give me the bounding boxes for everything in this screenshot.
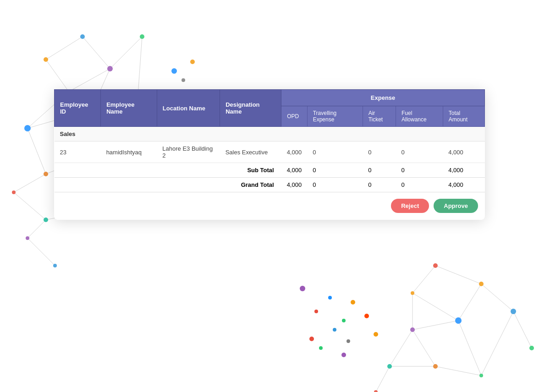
svg-point-62 (411, 291, 414, 295)
cell-employee-name: hamidIshtyaq (101, 142, 157, 163)
section-sales: Sales (55, 127, 485, 142)
svg-line-47 (390, 330, 412, 366)
svg-point-37 (182, 78, 185, 82)
svg-point-73 (374, 332, 378, 337)
table-row: 23 hamidIshtyaq Lahore E3 Building 2 Sal… (55, 142, 485, 163)
grandtotal-total: 4,000 (443, 178, 484, 192)
svg-point-60 (479, 374, 483, 377)
svg-point-68 (342, 319, 346, 322)
svg-point-22 (107, 66, 113, 71)
svg-point-56 (529, 346, 534, 350)
svg-line-52 (412, 293, 458, 321)
svg-point-71 (309, 337, 314, 341)
svg-point-53 (433, 263, 438, 268)
svg-line-38 (435, 266, 481, 284)
subtotal-fuel: 0 (396, 163, 443, 178)
col-total-amount: Total Amount (443, 106, 484, 127)
svg-point-23 (140, 34, 144, 39)
svg-point-63 (374, 390, 378, 392)
report-card: Employee ID Employee Name Location Name … (54, 89, 485, 220)
svg-point-34 (53, 264, 57, 267)
svg-line-50 (412, 266, 435, 293)
cell-employee-id: 23 (55, 142, 101, 163)
svg-point-31 (44, 218, 48, 222)
svg-point-24 (44, 172, 48, 176)
svg-point-55 (511, 309, 516, 314)
cell-opd: 4,000 (281, 142, 308, 163)
grandtotal-opd: 4,000 (281, 178, 308, 192)
svg-line-5 (46, 60, 69, 92)
approve-button[interactable]: Approve (434, 199, 478, 213)
svg-point-32 (26, 236, 29, 240)
svg-line-15 (14, 192, 46, 220)
svg-point-75 (341, 353, 346, 357)
svg-point-61 (387, 364, 392, 369)
subtotal-opd: 4,000 (281, 163, 308, 178)
svg-point-72 (346, 339, 350, 343)
col-fuel-allowance: Fuel Allowance (396, 106, 443, 127)
svg-line-7 (82, 37, 110, 69)
section-label-text: Sales (55, 127, 485, 142)
svg-point-59 (433, 364, 438, 369)
card-footer: Reject Approve (391, 199, 478, 213)
svg-point-70 (333, 328, 336, 332)
svg-point-57 (455, 317, 462, 324)
svg-point-26 (44, 57, 48, 62)
svg-point-67 (314, 310, 318, 313)
grandtotal-label: Grand Total (55, 178, 281, 192)
subtotal-row: Sub Total 4,000 0 0 0 4,000 (55, 163, 485, 178)
svg-point-64 (300, 286, 305, 291)
col-travelling-expense: Travelling Expense (307, 106, 363, 127)
svg-point-20 (24, 125, 31, 131)
svg-point-35 (171, 68, 177, 74)
svg-line-2 (110, 37, 142, 69)
svg-line-42 (412, 321, 458, 330)
cell-air-ticket: 0 (363, 142, 396, 163)
grandtotal-travelling: 0 (307, 178, 363, 192)
cell-fuel-allowance: 0 (396, 142, 443, 163)
cell-location-name: Lahore E3 Building 2 (157, 142, 220, 163)
grandtotal-row: Grand Total 4,000 0 0 0 4,000 (55, 178, 485, 192)
svg-line-3 (28, 128, 46, 174)
svg-point-65 (328, 296, 332, 299)
col-air-ticket: Air Ticket (363, 106, 396, 127)
subtotal-label: Sub Total (55, 163, 281, 178)
col-opd: OPD (281, 106, 308, 127)
cell-travelling-expense: 0 (307, 142, 363, 163)
svg-line-1 (69, 69, 110, 92)
svg-line-4 (14, 174, 46, 192)
svg-line-39 (481, 284, 513, 311)
reject-button[interactable]: Reject (391, 199, 429, 213)
svg-point-58 (410, 327, 415, 332)
svg-point-66 (351, 300, 355, 305)
svg-line-46 (458, 321, 481, 376)
cell-designation-name: Sales Executive (220, 142, 281, 163)
grandtotal-air-ticket: 0 (363, 178, 396, 192)
svg-point-69 (364, 314, 369, 318)
svg-line-19 (28, 238, 55, 266)
svg-line-41 (458, 284, 481, 321)
subtotal-travelling: 0 (307, 163, 363, 178)
cell-total-amount: 4,000 (443, 142, 484, 163)
svg-point-36 (190, 60, 195, 64)
col-employee-name: Employee Name (101, 90, 157, 127)
svg-line-16 (28, 220, 46, 238)
svg-line-45 (481, 311, 513, 376)
svg-point-74 (319, 346, 323, 350)
col-location-name: Location Name (157, 90, 220, 127)
svg-line-44 (435, 366, 481, 376)
grandtotal-fuel: 0 (396, 178, 443, 192)
subtotal-total: 4,000 (443, 163, 484, 178)
subtotal-air-ticket: 0 (363, 163, 396, 178)
col-employee-id: Employee ID (55, 90, 101, 127)
svg-line-40 (513, 311, 532, 348)
svg-line-43 (412, 330, 435, 366)
svg-line-49 (376, 366, 390, 392)
col-expense-group: Expense (281, 90, 485, 106)
svg-point-27 (80, 34, 85, 39)
col-designation-name: Designation Name (220, 90, 281, 127)
svg-point-54 (479, 282, 484, 286)
expense-table: Employee ID Employee Name Location Name … (54, 89, 485, 192)
svg-point-25 (12, 191, 16, 194)
svg-line-6 (46, 37, 82, 60)
